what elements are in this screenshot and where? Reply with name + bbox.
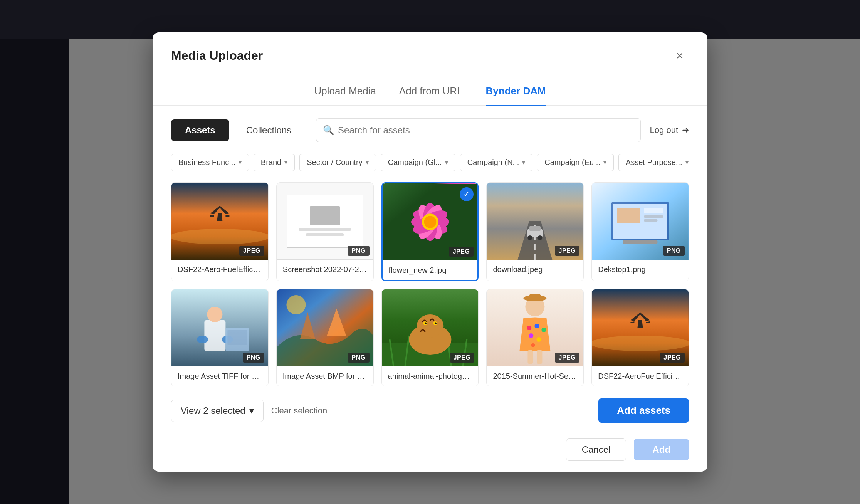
tab-add-from-url[interactable]: Add from URL [399,85,463,106]
asset-thumbnail-container: JPEG [171,183,268,260]
svg-rect-56 [528,350,533,364]
svg-point-15 [528,235,532,240]
logout-button[interactable]: Log out ➜ [650,125,689,135]
asset-card[interactable]: PNG Image Asset TIFF for cropp... [171,289,269,386]
logout-label: Log out [650,125,678,135]
asset-name: DSF22-Aero-FuelEfficiency... [171,260,268,279]
chevron-down-icon: ▾ [522,159,525,166]
view-selected-label: View 2 selected [181,405,245,416]
svg-point-41 [417,314,443,338]
asset-format-badge: JPEG [239,246,264,256]
modal-body: Assets Collections 🔍 Log out ➜ Business … [153,106,707,389]
svg-point-1 [171,229,268,244]
filters-row: Business Func... ▾ Brand ▾ Sector / Coun… [171,153,689,171]
asset-name: download.jpeg [487,260,583,279]
asset-thumbnail-container: JPEG [487,183,583,260]
chevron-down-icon: ▾ [249,405,254,416]
svg-point-51 [529,333,534,338]
tab-bynder-dam[interactable]: Bynder DAM [486,85,546,106]
svg-point-48 [527,326,532,330]
asset-name: flower_new 2.jpg [383,260,478,280]
svg-point-28 [197,336,208,343]
modal-actions: Cancel Add [153,432,707,472]
svg-rect-14 [529,226,541,231]
cancel-button[interactable]: Cancel [566,438,627,461]
asset-card[interactable]: PNG Image Asset BMP for crop... [276,289,374,386]
filter-asset-purpose[interactable]: Asset Purpose... ▾ [618,154,689,171]
filter-brand[interactable]: Brand ▾ [254,154,295,171]
view-selected-button[interactable]: View 2 selected ▾ [171,400,264,422]
screenshot-preview [287,195,363,248]
chevron-down-icon: ▾ [239,159,242,166]
close-button[interactable]: × [670,46,689,65]
asset-name: DSF22-AeroFuelEfficiency... [592,366,689,386]
asset-format-badge: JPEG [555,353,580,363]
modal-header: Media Uploader × [153,32,707,74]
asset-format-badge: JPEG [555,246,580,256]
svg-point-27 [207,307,222,322]
asset-card[interactable]: JPEG ✓ flower_new 2.jpg [381,182,479,281]
asset-thumbnail-container: PNG [592,183,689,260]
modal-title: Media Uploader [171,49,263,63]
chevron-down-icon: ▾ [445,159,448,166]
svg-point-53 [531,343,535,347]
filter-campaign-n[interactable]: Campaign (N... ▾ [460,154,533,171]
asset-card[interactable]: JPEG download.jpeg [486,182,584,281]
asset-thumbnail-container: JPEG [487,289,583,366]
svg-rect-24 [644,219,658,222]
chevron-down-icon: ▾ [366,159,369,166]
chevron-down-icon: ▾ [685,159,689,166]
svg-point-49 [535,324,539,328]
asset-name: Image Asset TIFF for cropp... [171,366,268,386]
svg-point-45 [434,323,436,324]
asset-card[interactable]: JPEG 2015-Summer-Hot-Sell-Ve... [486,289,584,386]
asset-card[interactable]: JPEG animal-animal-photograp... [381,289,479,386]
search-bar: 🔍 [316,118,640,142]
filter-sector-country[interactable]: Sector / Country ▾ [299,154,376,171]
tab-upload-media[interactable]: Upload Media [314,85,376,106]
svg-rect-22 [644,208,663,213]
assets-tab-button[interactable]: Assets [171,119,229,141]
asset-thumbnail-container: PNG [277,183,373,260]
asset-format-badge: PNG [348,246,369,256]
search-input[interactable] [316,118,640,142]
asset-card[interactable]: PNG Dekstop1.png [591,182,689,281]
chevron-down-icon: ▾ [284,159,287,166]
modal-overlay: Media Uploader × Upload Media Add from U… [0,0,860,504]
asset-thumbnail-container: JPEG ✓ [383,183,478,260]
controls-row: Assets Collections 🔍 Log out ➜ [171,118,689,142]
asset-grid: JPEG DSF22-Aero-FuelEfficiency... [171,182,689,386]
asset-format-badge: JPEG [449,247,474,257]
filter-campaign-gl[interactable]: Campaign (Gl... ▾ [381,154,455,171]
asset-name: Image Asset BMP for crop... [277,366,373,386]
filter-business-func[interactable]: Business Func... ▾ [171,154,249,171]
svg-rect-55 [529,294,541,300]
modal-tabs: Upload Media Add from URL Bynder DAM [153,74,707,106]
svg-rect-23 [644,215,663,218]
media-uploader-modal: Media Uploader × Upload Media Add from U… [153,32,707,472]
asset-card[interactable]: JPEG DSF22-AeroFuelEfficiency... [591,289,689,386]
asset-format-badge: JPEG [660,353,685,363]
logout-icon: ➜ [682,125,689,135]
asset-format-badge: PNG [243,353,264,363]
add-button[interactable]: Add [634,439,689,460]
asset-format-badge: PNG [348,353,369,363]
clear-selection-button[interactable]: Clear selection [271,406,328,416]
svg-point-59 [592,336,689,351]
asset-thumbnail-container: JPEG [592,289,689,366]
collections-tab-button[interactable]: Collections [239,119,299,141]
asset-card[interactable]: JPEG DSF22-Aero-FuelEfficiency... [171,182,269,281]
asset-thumbnail-container: JPEG [382,289,479,366]
add-assets-button[interactable]: Add assets [598,398,689,423]
svg-rect-26 [204,320,225,351]
svg-point-44 [424,323,426,324]
filter-campaign-eu[interactable]: Campaign (Eu... ▾ [537,154,614,171]
asset-format-badge: JPEG [450,353,475,363]
asset-card[interactable]: PNG Screenshot 2022-07-21 at ... [276,182,374,281]
svg-rect-20 [623,240,658,244]
search-icon: 🔍 [323,125,334,136]
modal-footer: View 2 selected ▾ Clear selection Add as… [153,389,707,432]
chevron-down-icon: ▾ [603,159,606,166]
asset-format-badge: PNG [663,246,685,256]
asset-name: animal-animal-photograp... [382,366,479,386]
